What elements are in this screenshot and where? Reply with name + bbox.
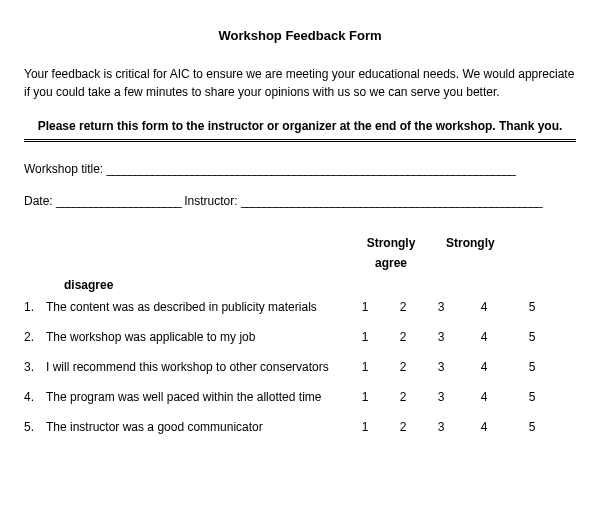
- instructor-label: Instructor:: [184, 194, 237, 208]
- question-number: 3.: [24, 360, 46, 374]
- scale-header-row2: agree: [24, 256, 576, 270]
- header-agree: agree: [346, 256, 436, 270]
- question-row: 4.The program was well paced within the …: [24, 390, 576, 404]
- instructor-line[interactable]: ________________________________________…: [241, 194, 542, 208]
- scale-option[interactable]: 2: [384, 360, 422, 374]
- scale-option[interactable]: 5: [508, 360, 556, 374]
- form-title: Workshop Feedback Form: [24, 28, 576, 43]
- scale-option[interactable]: 4: [460, 300, 508, 314]
- scale-option[interactable]: 1: [346, 390, 384, 404]
- scale-option[interactable]: 2: [384, 300, 422, 314]
- question-row: 5.The instructor was a good communicator…: [24, 420, 576, 434]
- scale-option[interactable]: 4: [460, 420, 508, 434]
- date-instructor-row: Date: ______________________ Instructor:…: [24, 194, 576, 208]
- question-scale: 12345: [346, 360, 576, 374]
- question-scale: 12345: [346, 330, 576, 344]
- scale-option[interactable]: 3: [422, 390, 460, 404]
- question-number: 1.: [24, 300, 46, 314]
- question-scale: 12345: [346, 390, 576, 404]
- question-row: 3.I will recommend this workshop to othe…: [24, 360, 576, 374]
- question-number: 5.: [24, 420, 46, 434]
- scale-option[interactable]: 5: [508, 390, 556, 404]
- scale-option[interactable]: 2: [384, 420, 422, 434]
- workshop-title-line[interactable]: ________________________________________…: [107, 162, 516, 176]
- scale-option[interactable]: 1: [346, 300, 384, 314]
- header-strongly-1: Strongly: [346, 236, 436, 250]
- scale-option[interactable]: 3: [422, 300, 460, 314]
- question-row: 1.The content was as described in public…: [24, 300, 576, 314]
- header-disagree: disagree: [24, 278, 576, 292]
- scale-option[interactable]: 5: [508, 420, 556, 434]
- date-line[interactable]: ______________________: [56, 194, 181, 208]
- divider-double-line: [24, 139, 576, 142]
- scale-option[interactable]: 5: [508, 330, 556, 344]
- scale-option[interactable]: 3: [422, 360, 460, 374]
- scale-option[interactable]: 5: [508, 300, 556, 314]
- question-number: 4.: [24, 390, 46, 404]
- question-scale: 12345: [346, 300, 576, 314]
- question-text: I will recommend this workshop to other …: [46, 360, 346, 374]
- scale-option[interactable]: 2: [384, 330, 422, 344]
- question-row: 2.The workshop was applicable to my job1…: [24, 330, 576, 344]
- scale-option[interactable]: 3: [422, 330, 460, 344]
- question-text: The workshop was applicable to my job: [46, 330, 346, 344]
- scale-option[interactable]: 1: [346, 420, 384, 434]
- scale-option[interactable]: 1: [346, 360, 384, 374]
- question-text: The program was well paced within the al…: [46, 390, 346, 404]
- question-scale: 12345: [346, 420, 576, 434]
- scale-option[interactable]: 4: [460, 330, 508, 344]
- return-instruction: Please return this form to the instructo…: [24, 119, 576, 139]
- scale-option[interactable]: 4: [460, 360, 508, 374]
- intro-text: Your feedback is critical for AIC to ens…: [24, 65, 576, 101]
- question-text: The instructor was a good communicator: [46, 420, 346, 434]
- workshop-title-label: Workshop title:: [24, 162, 103, 176]
- scale-option[interactable]: 1: [346, 330, 384, 344]
- scale-option[interactable]: 3: [422, 420, 460, 434]
- question-number: 2.: [24, 330, 46, 344]
- scale-option[interactable]: 2: [384, 390, 422, 404]
- scale-option[interactable]: 4: [460, 390, 508, 404]
- scale-header-row1: Strongly Strongly: [24, 236, 576, 250]
- date-label: Date:: [24, 194, 53, 208]
- question-text: The content was as described in publicit…: [46, 300, 346, 314]
- header-strongly-2: Strongly: [436, 236, 526, 250]
- workshop-title-field: Workshop title: ________________________…: [24, 162, 576, 176]
